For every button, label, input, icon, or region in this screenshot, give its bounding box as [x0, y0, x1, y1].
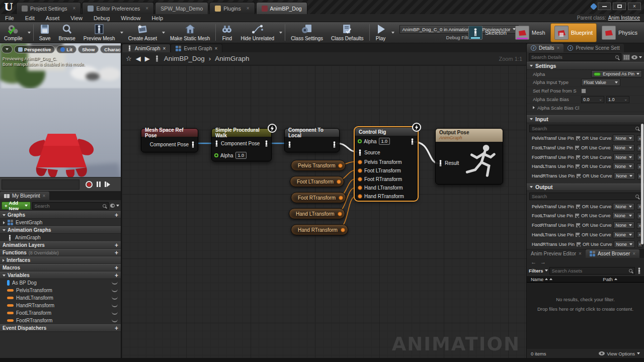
- my-blueprint-search[interactable]: [32, 202, 109, 210]
- eye-closed-icon[interactable]: [112, 304, 118, 307]
- variable-row[interactable]: As BP Dog: [0, 279, 121, 287]
- pose-pin[interactable]: [264, 140, 269, 147]
- preview-mesh-caret[interactable]: [120, 32, 123, 34]
- checkbox-checked[interactable]: [575, 145, 580, 150]
- create-asset-button[interactable]: Create Asset: [124, 22, 161, 43]
- variable-row[interactable]: PelvisTransform: [0, 287, 121, 294]
- close-icon[interactable]: ×: [163, 46, 166, 51]
- tab-event-graph[interactable]: Event Graph ×: [171, 44, 222, 52]
- input-pins-search[interactable]: [529, 125, 641, 132]
- asset-search[interactable]: [549, 267, 635, 275]
- section-input[interactable]: Input: [527, 115, 644, 123]
- tab-asset-browser[interactable]: Asset Browser×: [586, 249, 639, 258]
- window-tab-plugins[interactable]: Plugins ×: [209, 2, 255, 14]
- tab-animgraph[interactable]: AnimGraph ×: [122, 44, 171, 52]
- details-search[interactable]: [529, 53, 621, 61]
- make-static-mesh-button[interactable]: Make Static Mesh: [166, 22, 214, 43]
- variable-row[interactable]: FootRTransform: [0, 317, 121, 324]
- character-button[interactable]: Character: [100, 45, 122, 53]
- checkbox-checked[interactable]: [575, 232, 580, 237]
- menu-edit[interactable]: Edit: [25, 15, 35, 21]
- curve-dropdown[interactable]: None: [613, 135, 634, 142]
- window-tab-animbp-dog[interactable]: AnimBP_Dog: [256, 2, 307, 14]
- pose-pin[interactable]: [358, 149, 362, 156]
- column-path[interactable]: Path: [603, 277, 613, 282]
- class-defaults-button[interactable]: Class Defaults: [327, 22, 367, 43]
- perspective-button[interactable]: Perspective: [14, 45, 55, 53]
- close-icon[interactable]: ×: [632, 251, 635, 256]
- mode-mesh[interactable]: Mesh: [512, 23, 549, 42]
- transform-pin[interactable]: [341, 228, 345, 232]
- variable-row[interactable]: HandLTransform: [0, 294, 121, 302]
- add-graph-button[interactable]: +: [115, 212, 118, 219]
- checkbox-checked[interactable]: [576, 173, 581, 178]
- save-button[interactable]: Save: [35, 22, 55, 43]
- expander-icon[interactable]: [3, 221, 5, 224]
- visibility-filter-icon[interactable]: [110, 204, 115, 208]
- eye-closed-icon[interactable]: [112, 296, 118, 300]
- pose-pin[interactable]: [191, 141, 195, 148]
- favorite-star-icon[interactable]: ☆: [126, 55, 132, 62]
- output-pins-search-input[interactable]: [532, 194, 634, 199]
- close-icon[interactable]: ×: [247, 6, 250, 11]
- add-function-button[interactable]: +: [115, 249, 118, 256]
- section-variables[interactable]: Variables+: [0, 272, 121, 279]
- curve-dropdown[interactable]: None: [614, 172, 635, 179]
- section-interfaces[interactable]: Interfaces: [0, 256, 121, 264]
- row-alpha-scale-bias-clamp[interactable]: Alpha Scale Bias Cl: [527, 104, 644, 112]
- float-pin[interactable]: [358, 139, 362, 143]
- compile-options-caret[interactable]: [28, 32, 31, 34]
- history-back-icon[interactable]: ←: [531, 259, 536, 265]
- transform-pin[interactable]: [358, 186, 362, 190]
- chevron-down-icon[interactable]: [116, 205, 119, 207]
- pause-button[interactable]: [97, 182, 101, 187]
- curve-dropdown[interactable]: None: [613, 222, 635, 229]
- curve-dropdown[interactable]: None: [613, 231, 635, 238]
- window-tab-editor-preferences[interactable]: Editor Preferences ×: [82, 2, 154, 14]
- close-icon[interactable]: ×: [215, 46, 218, 51]
- menu-help[interactable]: Help: [151, 15, 163, 21]
- scale-bias-min-input[interactable]: 0.0⌄: [581, 96, 604, 103]
- class-settings-button[interactable]: Class Settings: [287, 22, 327, 43]
- node-simple-procedural-walk[interactable]: Simple Procedural Walk Component Pose Al…: [211, 128, 272, 161]
- menu-window[interactable]: Window: [121, 15, 140, 21]
- viewport-menu-button[interactable]: [2, 45, 13, 53]
- pose-pin[interactable]: [214, 140, 219, 147]
- getter-hand-r-transform[interactable]: Hand RTransform: [291, 224, 348, 235]
- node-component-to-local[interactable]: Component To Local: [284, 128, 340, 152]
- alpha-value-input[interactable]: 1.0: [379, 138, 390, 145]
- pose-pin[interactable]: [438, 160, 443, 166]
- person-filter-icon[interactable]: [636, 267, 642, 274]
- scale-bias-max-input[interactable]: 1.0⌄: [606, 96, 629, 103]
- preview-viewport[interactable]: Z X Perspective Lit Show Character LOD A…: [0, 43, 122, 177]
- hide-unrelated-button[interactable]: Hide Unrelated: [236, 22, 278, 43]
- checkbox-checked[interactable]: [575, 164, 580, 169]
- eye-closed-icon[interactable]: [112, 319, 118, 322]
- mode-blueprint[interactable]: Blueprint: [550, 23, 597, 42]
- graph-canvas[interactable]: Mesh Space Ref Pose Component Pose Simpl…: [122, 65, 526, 358]
- alpha-input-type-dropdown[interactable]: Float Value: [581, 79, 620, 86]
- window-tab-project-settings[interactable]: Project Settings ×: [16, 2, 81, 14]
- transform-pin[interactable]: [338, 212, 342, 216]
- step-forward-button[interactable]: [105, 182, 110, 187]
- checkbox-unchecked[interactable]: [581, 88, 586, 94]
- breadcrumb-root[interactable]: AnimBP_Dog: [164, 55, 205, 62]
- getter-foot-r-transform[interactable]: Foot RTransform: [291, 192, 346, 203]
- node-output-pose[interactable]: Output Pose AnimGraph Result: [435, 128, 503, 185]
- tab-details[interactable]: iDetails×: [527, 44, 564, 52]
- column-name[interactable]: Name: [527, 277, 543, 282]
- section-output[interactable]: Output: [527, 184, 644, 192]
- display-filter-icon[interactable]: [623, 54, 630, 60]
- curve-dropdown[interactable]: None: [613, 163, 635, 170]
- section-animation-graphs[interactable]: Animation Graphs: [0, 226, 121, 234]
- section-animation-layers[interactable]: Animation Layers+: [0, 241, 121, 249]
- my-blueprint-search-input[interactable]: [35, 203, 101, 209]
- my-blueprint-tab[interactable]: My Blueprint ×: [0, 192, 49, 200]
- close-icon[interactable]: ×: [43, 193, 46, 199]
- item-anim-graph[interactable]: AnimGraph: [0, 234, 121, 241]
- preview-mesh-button[interactable]: Preview Mesh: [79, 22, 119, 43]
- browse-button[interactable]: Browse: [54, 22, 79, 43]
- timeline-track[interactable]: [2, 179, 79, 190]
- tab-anim-preview-editor[interactable]: Anim Preview Editor×: [527, 249, 586, 258]
- checkbox-checked[interactable]: [576, 204, 581, 209]
